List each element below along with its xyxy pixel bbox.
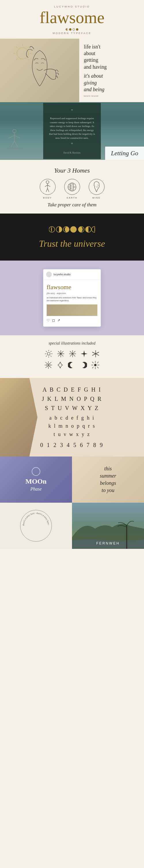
snowflake-icon [57,350,65,358]
svg-line-11 [14,135,20,138]
svg-text:there's a story here · there's: there's a story here · there's a story h… [22,512,50,526]
home-item-earth: EARTH [64,179,80,199]
universe-text: Trust the universe [6,238,138,249]
sun-eye-icon [44,361,52,369]
svg-point-44 [60,353,61,354]
svg-line-61 [50,362,51,363]
svg-line-59 [50,367,51,368]
moon-icon-4 [76,28,78,31]
moon-phase-text: MOOn Phase [25,477,46,492]
fernweh-cell: FERNWEH [72,503,144,549]
sparkle-icon [57,361,64,369]
alphabet-lower: a b c d e f g h i k l m n o p q r s t u … [6,414,138,439]
illustrations-section: special illustrations included [0,335,144,378]
sun-icon [45,350,53,358]
svg-point-53 [48,364,49,366]
illustration-row-2 [6,361,138,369]
insta-title: flawsome [47,283,97,291]
open-quote-mark: " [49,107,95,116]
svg-point-15 [46,181,49,184]
moon-icon-3 [73,28,75,31]
insta-body: flawsome (flo·wm) · adjective an individ… [43,280,101,327]
svg-point-31 [47,352,50,355]
body-icon-circle [40,179,56,195]
summer-text: thissummerbelongsto you [100,465,116,494]
svg-line-10 [9,135,14,138]
svg-line-60 [45,367,47,368]
hex-asterisk-icon [92,350,99,358]
homes-subtitle: Take proper care of them [6,202,138,208]
like-icon[interactable]: ♡ [47,318,50,322]
fernweh-label: FERNWEH [96,541,120,546]
svg-line-68 [97,367,99,368]
instagram-card: lucywho.studio flawsome (flo·wm) · adjec… [43,269,101,327]
svg-line-58 [45,362,47,363]
crescent-right-icon [79,361,87,369]
ocean-quote-text: Repressed and suppressed feelings requir… [49,117,95,140]
earth-icon-circle [64,179,80,195]
moon-icon-1 [66,28,68,31]
insta-header: lucywho.studio [43,269,101,280]
svg-line-19 [46,188,47,192]
svg-line-38 [46,355,47,356]
instagram-section: lucywho.studio flawsome (flo·wm) · adjec… [0,260,144,335]
earth-label: EARTH [67,196,77,199]
header-section: LUCYWHO STUDIO flawsome MODERN TYPEFACE [0,0,144,39]
illustration-row-1 [6,350,138,358]
insta-avatar [46,272,52,277]
alphabet-section: A B C D E F G H I J K L M N O P Q R S T … [0,378,144,457]
insta-image [47,304,97,316]
mind-icon-circle [89,179,105,195]
circle-text-svg: there's a story here · there's a story h… [21,510,51,541]
circle-text-wrap: there's a story here · there's a story h… [20,510,52,541]
home-item-body: BODY [40,179,56,199]
bottom-grid: MOOn Phase thissummerbelongsto you there… [0,457,144,549]
svg-line-4 [28,58,29,60]
comment-icon[interactable]: ◻ [52,318,55,322]
universe-moons [6,225,138,234]
quote-line2: it's about giving and being [84,73,139,93]
asterisk-icon [69,350,76,358]
ocean-section: " Repressed and suppressed feelings requ… [0,102,144,160]
moon-icon-2 [69,28,71,31]
four-star-icon [80,350,88,358]
svg-line-69 [92,367,94,368]
main-title: flawsome [6,9,138,26]
typeface-label: MODERN TYPEFACE [6,32,138,35]
ocean-quote-box: " Repressed and suppressed feelings requ… [43,103,101,159]
svg-point-27 [70,226,77,232]
insta-pos: (flo·wm) · adjective [47,292,97,294]
illustrations-title: special illustrations included [6,341,138,346]
alphabet-numbers: 0 1 2 3 4 5 6 7 8 9 [6,440,138,450]
circle-text-cell: there's a story here · there's a story h… [0,503,72,549]
share-icon[interactable]: ↗ [57,318,60,322]
svg-line-12 [11,141,14,147]
moon-phase-cell: MOOn Phase [0,457,72,503]
svg-line-17 [45,185,47,187]
svg-rect-14 [7,148,22,149]
moon-circle [32,467,40,476]
line-art-illustration [0,39,79,102]
ocean-quote-attribution: David R. Hawkins [49,151,95,155]
quote-section: life isn't about getting and having it's… [79,39,144,102]
close-quote-mark: " [49,141,95,149]
quote-line1: life isn't about getting and having [84,43,139,71]
studio-label: LUCYWHO STUDIO [6,5,138,8]
starburst-icon [91,361,100,369]
svg-line-70 [97,362,99,363]
svg-line-36 [46,351,47,352]
svg-line-18 [47,185,50,187]
insta-username: lucywho.studio [53,273,71,276]
body-label: BODY [43,196,52,199]
homes-section: Your 3 Homes BODY [0,160,144,214]
svg-line-7 [16,46,17,48]
svg-line-20 [47,188,49,192]
svg-point-62 [94,364,97,366]
homes-title: Your 3 Homes [6,167,138,174]
svg-line-13 [14,141,18,147]
insta-desc: an individual who embraces their 'flaws'… [47,297,97,302]
crescent-left-icon [68,361,75,369]
svg-line-39 [51,351,51,352]
universe-section: Trust the universe [0,214,144,260]
home-item-mind: MIND [89,179,105,199]
